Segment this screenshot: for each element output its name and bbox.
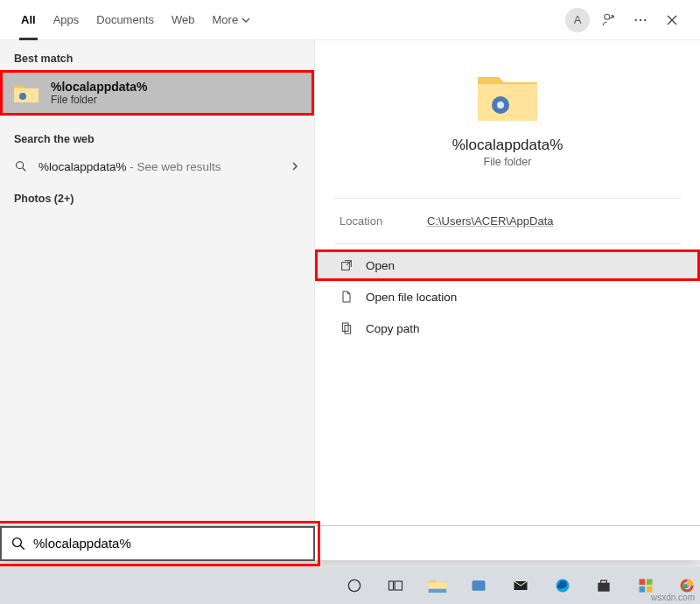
- task-view-icon: [387, 577, 404, 594]
- taskbar-taskview[interactable]: [383, 572, 410, 599]
- feedback-button[interactable]: [593, 4, 625, 36]
- feedback-icon: [601, 12, 617, 28]
- action-open-label: Open: [366, 259, 395, 272]
- folder-large-icon: [472, 65, 542, 126]
- svg-rect-19: [598, 583, 609, 592]
- svg-point-7: [497, 102, 504, 109]
- svg-rect-14: [396, 581, 402, 590]
- tab-more[interactable]: More: [204, 0, 260, 40]
- svg-rect-15: [429, 589, 447, 593]
- tab-documents[interactable]: Documents: [88, 0, 163, 40]
- tab-all[interactable]: All: [12, 0, 45, 40]
- scope-tabs: All Apps Documents Web More A: [0, 0, 700, 40]
- action-open-file-location[interactable]: Open file location: [315, 281, 700, 313]
- svg-point-1: [635, 18, 637, 20]
- svg-point-4: [19, 93, 26, 100]
- taskbar-edge[interactable]: [550, 572, 576, 599]
- action-open-location-label: Open file location: [366, 291, 457, 304]
- mail-icon: [512, 577, 529, 594]
- svg-point-0: [605, 14, 610, 19]
- photos-heading[interactable]: Photos (2+): [0, 182, 314, 215]
- avatar: A: [565, 8, 590, 32]
- svg-point-3: [644, 18, 646, 20]
- taskbar-cortana[interactable]: [341, 572, 368, 599]
- tab-more-label: More: [213, 13, 239, 26]
- edge-icon: [554, 577, 571, 594]
- taskbar-mail[interactable]: [508, 572, 534, 599]
- svg-rect-23: [647, 586, 653, 593]
- search-box[interactable]: [0, 526, 315, 561]
- close-icon: [666, 14, 678, 26]
- chevron-down-icon: [242, 16, 250, 25]
- svg-rect-13: [389, 581, 394, 590]
- svg-rect-9: [342, 323, 348, 331]
- chevron-right-icon: [290, 161, 300, 172]
- best-match-title: %localappdata%: [51, 80, 147, 94]
- account-button[interactable]: A: [562, 4, 593, 36]
- open-icon: [340, 258, 354, 272]
- copy-icon: [340, 321, 354, 335]
- chrome-icon: [678, 577, 696, 594]
- circle-icon: [346, 577, 363, 594]
- taskbar-app-1[interactable]: [466, 572, 493, 599]
- svg-point-11: [13, 537, 22, 546]
- action-open[interactable]: Open: [315, 249, 700, 281]
- search-icon: [14, 159, 28, 173]
- search-web-heading: Search the web: [0, 126, 314, 151]
- preview-pane: %localappdata% File folder Location C:\U…: [315, 40, 700, 525]
- more-options-button[interactable]: [625, 4, 656, 36]
- watermark: wsxdn.com: [651, 593, 695, 602]
- search-footer: [0, 525, 700, 560]
- taskbar-store[interactable]: [591, 572, 617, 599]
- results-pane: Best match %localappdata% File folder Se…: [0, 40, 315, 525]
- svg-rect-10: [345, 326, 351, 334]
- search-icon: [10, 536, 26, 551]
- svg-rect-16: [472, 580, 486, 591]
- taskbar: [0, 567, 700, 604]
- svg-rect-20: [639, 579, 645, 586]
- divider: [334, 243, 681, 244]
- open-location-icon: [340, 290, 354, 304]
- web-result[interactable]: %localappdata% - See web results: [0, 151, 314, 182]
- search-input[interactable]: [33, 536, 304, 551]
- location-value[interactable]: C:\Users\ACER\AppData: [427, 214, 554, 228]
- web-result-query: %localappdata%: [38, 160, 127, 173]
- svg-rect-21: [647, 579, 653, 586]
- tab-apps[interactable]: Apps: [45, 0, 88, 40]
- tab-web[interactable]: Web: [163, 0, 204, 40]
- svg-point-2: [640, 18, 641, 20]
- app-grid-icon: [637, 577, 654, 594]
- folder-icon: [12, 79, 40, 107]
- location-label: Location: [340, 214, 427, 228]
- svg-point-12: [348, 579, 360, 591]
- ellipsis-icon: [633, 12, 648, 28]
- preview-title: %localappdata%: [452, 137, 564, 154]
- svg-rect-22: [639, 586, 645, 593]
- svg-point-5: [17, 162, 24, 169]
- store-icon: [595, 577, 612, 594]
- action-copy-path-label: Copy path: [366, 322, 420, 335]
- best-match-heading: Best match: [0, 46, 314, 70]
- preview-subtitle: File folder: [484, 156, 532, 168]
- app-icon: [470, 577, 487, 594]
- best-match-result[interactable]: %localappdata% File folder: [0, 70, 314, 116]
- best-match-subtitle: File folder: [51, 94, 147, 106]
- file-explorer-icon: [428, 577, 447, 594]
- close-button[interactable]: [656, 4, 688, 36]
- taskbar-explorer[interactable]: [424, 572, 451, 599]
- action-copy-path[interactable]: Copy path: [315, 313, 700, 344]
- web-result-hint: - See web results: [127, 160, 221, 173]
